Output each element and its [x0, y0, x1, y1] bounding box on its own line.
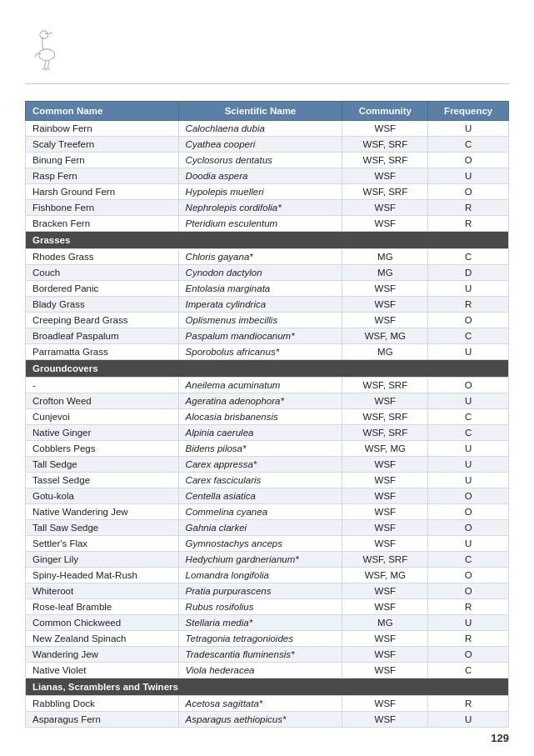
header-common-name: Common Name	[26, 102, 179, 121]
cell-scientific-name: Calochlaena dubia	[178, 121, 342, 137]
cell-community: WSF	[342, 536, 428, 552]
table-row: Creeping Beard GrassOplismenus imbecilli…	[26, 313, 509, 328]
cell-common-name: Parramatta Grass	[26, 344, 179, 360]
cell-scientific-name: Asparagus aethiopicus*	[178, 712, 342, 728]
cell-common-name: New Zealand Spinach	[26, 631, 179, 647]
cell-frequency: U	[428, 712, 509, 728]
cell-community: WSF	[342, 457, 428, 473]
cell-community: WSF	[342, 696, 428, 712]
cell-frequency: U	[428, 121, 509, 137]
cell-frequency: U	[428, 615, 509, 631]
cell-common-name: Native Ginger	[26, 425, 179, 441]
cell-scientific-name: Paspalum mandiocanum*	[178, 328, 342, 344]
section-header-row: Groundcovers	[26, 360, 509, 378]
cell-common-name: Rabbling Dock	[26, 696, 179, 712]
cell-common-name: Fishbone Fern	[26, 200, 179, 216]
cell-frequency: C	[428, 425, 509, 441]
cell-frequency: O	[428, 583, 509, 599]
cell-scientific-name: Entolasia marginata	[178, 281, 342, 297]
cell-community: WSF	[342, 488, 428, 504]
table-row: Wandering JewTradescantia fluminensis*WS…	[26, 647, 509, 663]
cell-scientific-name: Nephrolepis cordifolia*	[178, 200, 342, 216]
cell-common-name: Whiteroot	[26, 583, 179, 599]
cell-community: WSF	[342, 647, 428, 663]
table-header-row: Common Name Scientific Name Community Fr…	[26, 102, 509, 121]
cell-frequency: U	[428, 457, 509, 473]
header-scientific-name: Scientific Name	[178, 102, 342, 121]
table-row: Common ChickweedStellaria media*MGU	[26, 615, 509, 631]
cell-frequency: O	[428, 647, 509, 663]
section-header-row: Lianas, Scramblers and Twiners	[26, 678, 509, 696]
cell-common-name: Spiny-Headed Mat-Rush	[26, 568, 179, 583]
cell-community: WSF, SRF	[342, 409, 428, 425]
cell-scientific-name: Hypolepis muelleri	[178, 184, 342, 200]
cell-scientific-name: Cyathea cooperi	[178, 137, 342, 153]
cell-frequency: U	[428, 344, 509, 360]
cell-frequency: U	[428, 536, 509, 552]
cell-common-name: Native Wandering Jew	[26, 504, 179, 520]
cell-scientific-name: Alocasia brisbanensis	[178, 409, 342, 425]
cell-community: WSF, SRF	[342, 378, 428, 393]
table-row: Cobblers PegsBidens pilosa*WSF, MGU	[26, 441, 509, 457]
cell-scientific-name: Oplismenus imbecillis	[178, 313, 342, 328]
cell-community: WSF	[342, 297, 428, 313]
cell-community: WSF	[342, 712, 428, 728]
header-frequency: Frequency	[428, 102, 509, 121]
cell-common-name: Gotu-kola	[26, 488, 179, 504]
table-row: Native Wandering JewCommelina cyaneaWSFO	[26, 504, 509, 520]
cell-common-name: Rainbow Fern	[26, 121, 179, 137]
cell-common-name: Rhodes Grass	[26, 249, 179, 265]
cell-scientific-name: Centella asiatica	[178, 488, 342, 504]
cell-community: WSF, SRF	[342, 184, 428, 200]
cell-common-name: Settler's Flax	[26, 536, 179, 552]
cell-frequency: R	[428, 200, 509, 216]
cell-scientific-name: Sporobolus africanus*	[178, 344, 342, 360]
table-row: CunjevoiAlocasia brisbanensisWSF, SRFC	[26, 409, 509, 425]
species-table: Common Name Scientific Name Community Fr…	[25, 101, 509, 728]
cell-common-name: Tall Sedge	[26, 457, 179, 473]
cell-frequency: C	[428, 663, 509, 678]
cell-common-name: Scaly Treefern	[26, 137, 179, 153]
cell-scientific-name: Gymnostachys anceps	[178, 536, 342, 552]
cell-common-name: Rose-leaf Bramble	[26, 599, 179, 615]
section-label: Grasses	[26, 232, 509, 249]
cell-scientific-name: Imperata cylindrica	[178, 297, 342, 313]
cell-frequency: C	[428, 552, 509, 568]
cell-frequency: O	[428, 313, 509, 328]
table-row: Spiny-Headed Mat-RushLomandra longifolia…	[26, 568, 509, 583]
cell-frequency: O	[428, 184, 509, 200]
cell-frequency: C	[428, 409, 509, 425]
table-row: CouchCynodon dactylonMGD	[26, 265, 509, 281]
section-label: Groundcovers	[26, 360, 509, 378]
cell-frequency: O	[428, 568, 509, 583]
cell-community: WSF	[342, 121, 428, 137]
cell-community: WSF, SRF	[342, 137, 428, 153]
table-row: Harsh Ground FernHypolepis muelleriWSF, …	[26, 184, 509, 200]
cell-scientific-name: Carex fascicularis	[178, 473, 342, 488]
cell-frequency: C	[428, 249, 509, 265]
cell-common-name: Rasp Fern	[26, 168, 179, 184]
cell-common-name: Blady Grass	[26, 297, 179, 313]
cell-scientific-name: Cyclosorus dentatus	[178, 153, 342, 168]
cell-common-name: Tall Saw Sedge	[26, 520, 179, 536]
cell-common-name: Cunjevoi	[26, 409, 179, 425]
table-row: Tall Saw SedgeGahnia clarkeiWSFO	[26, 520, 509, 536]
table-row: Rose-leaf BrambleRubus rosifoliusWSFR	[26, 599, 509, 615]
svg-point-0	[39, 49, 55, 61]
cell-common-name: Bracken Fern	[26, 216, 179, 232]
table-row: Rabbling DockAcetosa sagittata*WSFR	[26, 696, 509, 712]
cell-community: MG	[342, 615, 428, 631]
cell-scientific-name: Cynodon dactylon	[178, 265, 342, 281]
cell-common-name: Creeping Beard Grass	[26, 313, 179, 328]
cell-scientific-name: Lomandra longifolia	[178, 568, 342, 583]
table-row: Scaly TreefernCyathea cooperiWSF, SRFC	[26, 137, 509, 153]
svg-point-1	[40, 31, 48, 39]
table-row: WhiterootPratia purpurascensWSFO	[26, 583, 509, 599]
table-row: Crofton WeedAgeratina adenophora*WSFU	[26, 393, 509, 409]
cell-common-name: Broadleaf Paspalum	[26, 328, 179, 344]
table-row: Rainbow FernCalochlaena dubiaWSFU	[26, 121, 509, 137]
cell-community: WSF, MG	[342, 328, 428, 344]
table-row: Bordered PanicEntolasia marginataWSFU	[26, 281, 509, 297]
cell-community: WSF, SRF	[342, 153, 428, 168]
cell-frequency: C	[428, 328, 509, 344]
